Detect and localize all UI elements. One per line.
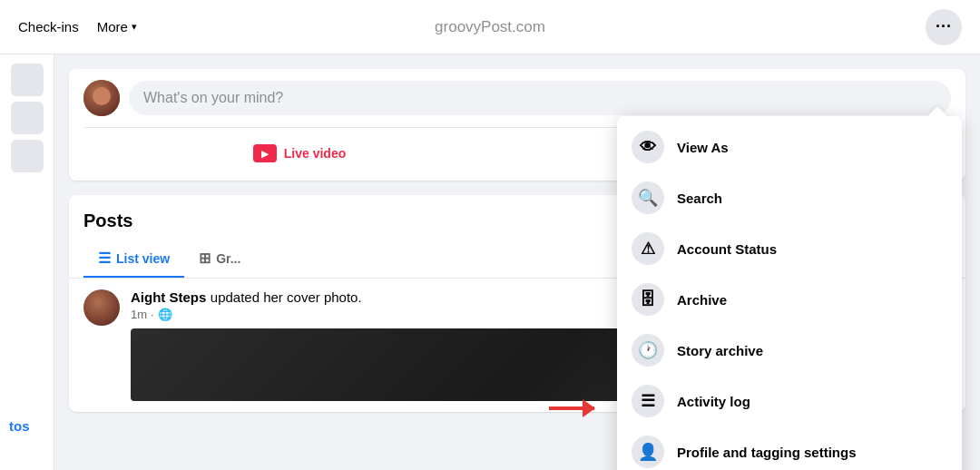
post-separator: · [151, 308, 154, 321]
view-as-icon: 👁 [632, 131, 664, 163]
left-sidebar [0, 54, 54, 470]
profile-tagging-icon: 👤 [632, 436, 664, 468]
dropdown-menu: 👁 View As 🔍 Search ⚠ Account Status 🗄 Ar… [617, 116, 962, 470]
sidebar-strip-item [11, 64, 44, 96]
more-dropdown-trigger[interactable]: More ▾ [97, 19, 137, 34]
tab-list-view[interactable]: ☰ List view [83, 240, 184, 278]
checkins-link[interactable]: Check-ins [18, 19, 79, 34]
dropdown-item-archive[interactable]: 🗄 Archive [617, 274, 962, 325]
live-video-button[interactable]: Live video [83, 137, 515, 170]
tab-grid-view[interactable]: ⊞ Gr... [184, 240, 255, 278]
account-status-label: Account Status [677, 241, 777, 257]
dropdown-item-story-archive[interactable]: 🕐 Story archive [617, 325, 962, 376]
more-label: More [97, 19, 128, 34]
dropdown-item-profile-tagging[interactable]: 👤 Profile and tagging settings [617, 426, 962, 470]
view-as-label: View As [677, 140, 729, 155]
activity-log-label: Activity log [677, 394, 750, 409]
live-video-label: Live video [284, 146, 346, 161]
composer-top: What's on your mind? [83, 80, 951, 116]
arrow-line [549, 406, 594, 410]
globe-icon: 🌐 [158, 308, 172, 321]
post-avatar [83, 289, 120, 326]
activity-log-icon: ☰ [632, 385, 664, 417]
user-avatar [83, 80, 120, 116]
grid-view-icon: ⊞ [199, 250, 211, 267]
avatar-image [83, 80, 120, 116]
search-icon: 🔍 [632, 181, 664, 214]
sidebar-strip-item [11, 102, 44, 134]
tab-grid-label: Gr... [216, 251, 240, 266]
tos-link[interactable]: tos [9, 418, 30, 434]
post-author: Aight Steps [131, 289, 206, 305]
story-archive-label: Story archive [677, 343, 763, 358]
profile-tagging-label: Profile and tagging settings [677, 445, 857, 460]
dropdown-item-account-status[interactable]: ⚠ Account Status [617, 223, 962, 274]
archive-icon: 🗄 [632, 283, 664, 316]
chevron-down-icon: ▾ [132, 21, 137, 33]
dropdown-item-search[interactable]: 🔍 Search [617, 172, 962, 223]
more-options-button[interactable]: ··· [926, 9, 962, 45]
story-archive-icon: 🕐 [632, 334, 664, 367]
tab-list-label: List view [116, 251, 170, 266]
navbar: Check-ins More ▾ groovyPost.com ··· [0, 0, 980, 54]
live-video-icon [253, 144, 277, 162]
site-name: groovyPost.com [435, 18, 545, 36]
account-status-icon: ⚠ [632, 232, 664, 265]
navbar-right: ··· [926, 9, 962, 45]
posts-title: Posts [83, 211, 132, 231]
navbar-left: Check-ins More ▾ [18, 19, 137, 34]
whats-on-mind-input[interactable]: What's on your mind? [129, 81, 951, 115]
post-description: updated her cover photo. [211, 289, 362, 305]
archive-label: Archive [677, 292, 727, 308]
sidebar-strip-item [11, 140, 44, 172]
list-view-icon: ☰ [98, 250, 111, 267]
red-arrow-indicator [549, 406, 594, 410]
main-content: What's on your mind? Live video Photo/vi… [0, 54, 980, 470]
dropdown-item-view-as[interactable]: 👁 View As [617, 122, 962, 172]
search-label: Search [677, 191, 722, 206]
dropdown-item-activity-log[interactable]: ☰ Activity log [617, 376, 962, 426]
post-time: 1m [131, 308, 147, 321]
